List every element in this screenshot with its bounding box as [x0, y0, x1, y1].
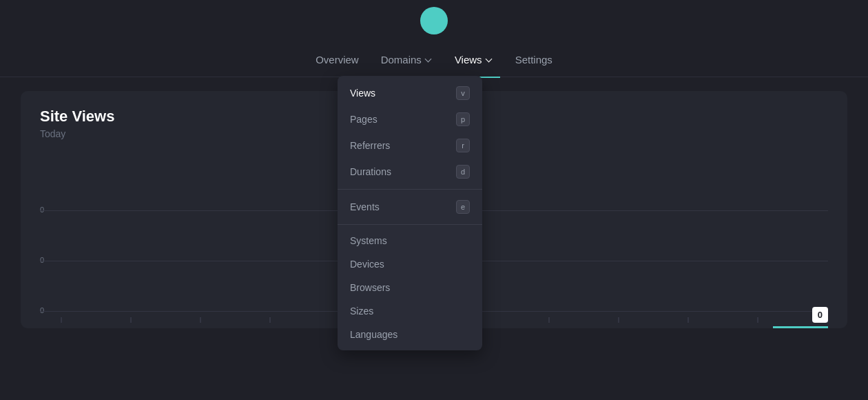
- x-tick: [688, 317, 689, 323]
- x-tick: [269, 317, 271, 323]
- nav-item-settings[interactable]: Settings: [515, 50, 552, 70]
- dropdown-label-views: Views: [350, 88, 375, 99]
- x-tick: [130, 317, 132, 323]
- nav-bar: Overview Domains Views Settings: [316, 43, 552, 70]
- kbd-p: p: [456, 112, 470, 126]
- avatar[interactable]: [420, 7, 448, 34]
- dropdown-item-referrers[interactable]: Referrers r: [338, 132, 482, 159]
- kbd-v: v: [456, 86, 470, 100]
- chevron-down-icon: [424, 56, 433, 64]
- dropdown-item-languages[interactable]: Languages: [338, 323, 482, 346]
- counter-value: 0: [818, 310, 823, 320]
- nav-views-label: Views: [455, 54, 482, 66]
- dropdown-label-sizes: Sizes: [350, 306, 373, 317]
- chevron-down-icon-views: [485, 56, 493, 64]
- kbd-e: e: [456, 200, 470, 214]
- dropdown-label-pages: Pages: [350, 114, 378, 125]
- dropdown-section-events: Events e: [338, 189, 482, 224]
- dropdown-item-events[interactable]: Events e: [338, 194, 482, 220]
- dropdown-item-pages[interactable]: Pages p: [338, 106, 482, 132]
- views-dropdown: Views v Pages p Referrers r Durations d …: [338, 76, 482, 350]
- dropdown-item-views[interactable]: Views v: [338, 80, 482, 106]
- dropdown-section-systems: Systems Devices Browsers Sizes Languages: [338, 224, 482, 350]
- kbd-d: d: [456, 165, 470, 179]
- kbd-r: r: [456, 139, 470, 152]
- x-tick: [757, 317, 758, 323]
- dropdown-item-devices[interactable]: Devices: [338, 252, 482, 276]
- dropdown-section-main: Views v Pages p Referrers r Durations d: [338, 76, 482, 189]
- dropdown-label-referrers: Referrers: [350, 140, 390, 151]
- y-label-mid: 0: [40, 256, 44, 264]
- nav-item-overview[interactable]: Overview: [316, 50, 359, 70]
- dropdown-item-durations[interactable]: Durations d: [338, 159, 482, 185]
- x-tick: [200, 317, 201, 323]
- chart-bottom-bar: [773, 326, 828, 328]
- dropdown-label-events: Events: [350, 201, 380, 212]
- dropdown-label-devices: Devices: [350, 259, 384, 270]
- x-tick: [61, 317, 62, 323]
- y-label-top: 0: [40, 206, 44, 214]
- nav-domains-label: Domains: [381, 54, 422, 66]
- dropdown-label-languages: Languages: [350, 329, 397, 340]
- dropdown-item-sizes[interactable]: Sizes: [338, 299, 482, 323]
- dropdown-item-systems[interactable]: Systems: [338, 229, 482, 252]
- nav-item-domains[interactable]: Domains: [381, 50, 433, 70]
- dropdown-label-systems: Systems: [350, 235, 387, 246]
- top-bar: Overview Domains Views Settings: [0, 0, 868, 77]
- x-tick: [548, 317, 550, 323]
- nav-item-views[interactable]: Views: [455, 50, 493, 70]
- counter-badge: 0: [812, 307, 828, 323]
- dropdown-label-browsers: Browsers: [350, 282, 390, 293]
- x-tick: [618, 317, 619, 323]
- y-label-bottom: 0: [40, 306, 44, 314]
- dropdown-item-browsers[interactable]: Browsers: [338, 276, 482, 299]
- dropdown-label-durations: Durations: [350, 166, 391, 177]
